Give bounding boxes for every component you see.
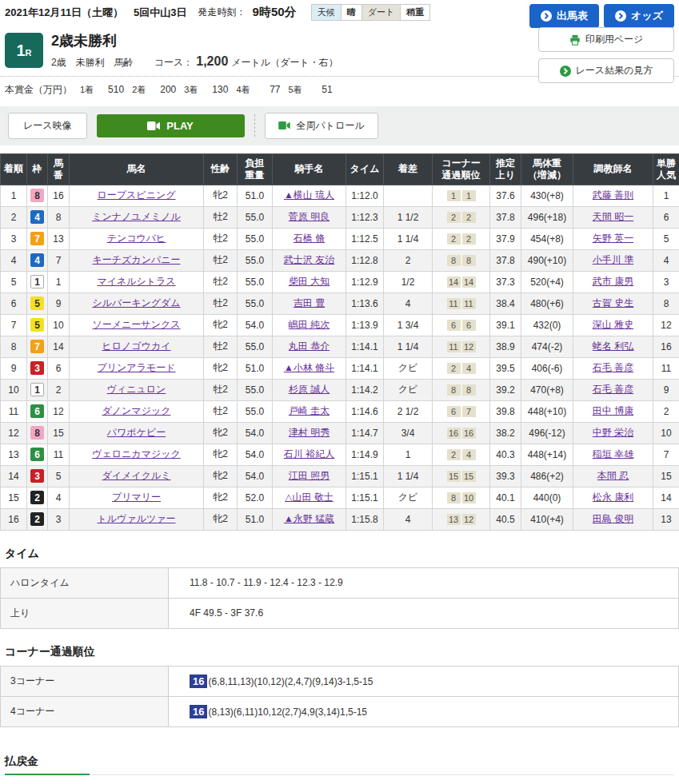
column-header: 単勝人気 <box>653 153 679 185</box>
jockey-link[interactable]: 杉原 誠人 <box>289 384 330 395</box>
finish-time: 1:13.6 <box>346 293 384 314</box>
finish-order: 3 <box>1 228 27 249</box>
odds-button[interactable]: オッズ <box>604 4 674 28</box>
jockey-cell: 柴田 大知 <box>273 271 346 293</box>
play-button[interactable]: PLAY <box>97 114 245 137</box>
jockey-link[interactable]: 菅原 明良 <box>289 211 330 222</box>
jockey-link[interactable]: ▲横山 琉人 <box>284 189 334 201</box>
corner-position-box: 6 <box>447 320 461 331</box>
corner-order-text: (8,13)(6,11)10,12(2,7)4,9(3,14)1,5-15 <box>208 706 367 718</box>
trainer-link[interactable]: 松永 康利 <box>593 491 633 503</box>
horse-name-link[interactable]: ヴィニュロン <box>107 384 166 395</box>
corner-position-box: 2 <box>447 449 461 460</box>
trainer-link[interactable]: 深山 雅史 <box>593 319 633 330</box>
patrol-video-button[interactable]: 全周パトロール <box>265 113 378 139</box>
jockey-cell: 津村 明秀 <box>273 422 346 444</box>
trainer-link[interactable]: 田中 博康 <box>593 405 633 416</box>
sex-age: 牝2 <box>204 508 238 530</box>
finish-order: 11 <box>1 400 27 422</box>
table-row: 12815パワポケビー牝254.0津村 明秀1:14.73/4161638.24… <box>1 422 679 444</box>
sex-age: 牡2 <box>204 336 238 357</box>
jockey-link[interactable]: 石川 裕紀人 <box>284 448 334 460</box>
horse-name-link[interactable]: キーチズカンパニー <box>93 254 181 265</box>
body-weight: 474(-2) <box>521 336 573 357</box>
finish-time: 1:14.2 <box>346 379 384 400</box>
jockey-link[interactable]: 柴田 大知 <box>289 276 330 287</box>
horse-name-link[interactable]: ダイメイクルミ <box>102 470 171 481</box>
horse-name-link[interactable]: ソーメニーサンクス <box>93 319 181 330</box>
jockey-link[interactable]: ▲小林 脩斗 <box>284 362 334 373</box>
trainer-link[interactable]: 矢野 英一 <box>593 233 633 244</box>
trainer-link[interactable]: 石毛 善彦 <box>593 384 633 395</box>
jockey-link[interactable]: ▲永野 猛蔵 <box>284 513 334 524</box>
horse-name-link[interactable]: トルヴァルツァー <box>98 513 176 524</box>
entry-table-button[interactable]: 出馬表 <box>529 4 599 28</box>
corner-order-text: (6,8,11,13)(10,12)(2,4,7)(9,14)3-1,5-15 <box>208 676 373 687</box>
horse-name-link[interactable]: マイネルシトラス <box>97 276 175 287</box>
finish-order: 15 <box>1 487 27 508</box>
jockey-link[interactable]: 武士沢 友治 <box>284 254 334 265</box>
horse-name-link[interactable]: パワポケビー <box>107 427 166 438</box>
margin: 3/4 <box>384 422 433 444</box>
result-guide-button[interactable]: レース結果の見方 <box>538 58 674 83</box>
jockey-link[interactable]: △山田 敬士 <box>285 491 334 503</box>
column-header: タイム <box>346 153 384 185</box>
horse-number: 5 <box>48 465 70 487</box>
trainer-link[interactable]: 稲垣 幸雄 <box>593 448 633 460</box>
course-distance: 1,200 <box>196 54 228 69</box>
horse-name-link[interactable]: ヒロノゴウカイ <box>102 340 171 352</box>
carried-weight: 55.0 <box>238 228 273 249</box>
trainer-link[interactable]: 石毛 善彦 <box>593 362 633 373</box>
table-row: 659シルバーキングダム牡255.0吉田 豊1:13.64111138.4480… <box>1 293 679 314</box>
trainer-link[interactable]: 蛯名 利弘 <box>593 340 633 352</box>
trainer-link[interactable]: 小手川 準 <box>593 254 633 265</box>
horse-name-link[interactable]: テンコウバヒ <box>107 233 166 244</box>
jockey-link[interactable]: 津村 明秀 <box>289 427 330 438</box>
jockey-link[interactable]: 石橋 脩 <box>294 233 325 244</box>
horse-name-link[interactable]: シルバーキングダム <box>92 297 180 308</box>
race-date-line: 2021年12月11日（土曜） 5回中山3日 発走時刻： 9時50分 天候 晴 … <box>5 4 430 21</box>
print-page-button[interactable]: 印刷用ページ <box>538 27 674 52</box>
corner-order-row: 4コーナー16(8,13)(6,11)10,12(2,7)4,9(3,14)1,… <box>1 696 679 726</box>
trainer-link[interactable]: 中野 栄治 <box>593 427 633 438</box>
horse-name-cell: マイネルシトラス <box>70 271 204 293</box>
horse-name-link[interactable]: ヴェロニカマジック <box>92 448 181 460</box>
finish-time: 1:14.7 <box>346 422 384 444</box>
jockey-link[interactable]: 江田 照男 <box>289 470 330 481</box>
frame-number-badge: 8 <box>30 189 44 202</box>
horse-name-link[interactable]: プリマリー <box>112 491 161 503</box>
jockey-link[interactable]: 戸崎 圭太 <box>289 405 330 416</box>
jockey-cell: 戸崎 圭太 <box>273 400 346 422</box>
corner-position-cell: 88 <box>433 249 490 271</box>
frame-cell: 8 <box>27 185 48 206</box>
trainer-link[interactable]: 武藤 善則 <box>593 189 633 201</box>
win-popularity: 14 <box>653 487 679 508</box>
estimated-agari: 39.5 <box>490 357 521 379</box>
carried-weight: 51.0 <box>238 508 273 530</box>
horse-number: 12 <box>48 400 70 422</box>
column-header: 馬体重（増減） <box>521 153 573 185</box>
horse-name-link[interactable]: ダノンマジック <box>102 405 171 416</box>
jockey-link[interactable]: 丸田 恭介 <box>289 340 330 352</box>
trainer-link[interactable]: 天間 昭一 <box>593 211 633 222</box>
horse-name-cell: プリマリー <box>70 487 204 508</box>
sex-age: 牝2 <box>204 444 238 465</box>
trainer-link[interactable]: 本間 忍 <box>597 470 629 481</box>
horse-name-link[interactable]: ロープスピニング <box>98 189 176 201</box>
corner-position-box: 11 <box>462 298 476 309</box>
jockey-link[interactable]: 嶋田 純次 <box>289 319 330 330</box>
trainer-link[interactable]: 田島 俊明 <box>593 513 633 524</box>
finish-order: 4 <box>1 249 27 271</box>
horse-name-link[interactable]: ミンナノユメミノル <box>92 211 181 222</box>
horse-name-link[interactable]: プリンアラモード <box>98 362 176 373</box>
trainer-link[interactable]: 古賀 史生 <box>593 297 633 308</box>
sex-age: 牡2 <box>204 400 238 422</box>
corner-position-cell: 1414 <box>433 271 490 293</box>
jockey-link[interactable]: 吉田 豊 <box>294 297 325 308</box>
trainer-link[interactable]: 武市 康男 <box>593 276 633 287</box>
horse-name-cell: ミンナノユメミノル <box>70 206 204 228</box>
weather-strip: 天候 晴 ダート 稍重 <box>311 4 431 21</box>
race-video-button[interactable]: レース映像 <box>8 113 87 139</box>
trainer-cell: 武市 康男 <box>573 271 653 293</box>
horse-number: 4 <box>48 487 70 508</box>
